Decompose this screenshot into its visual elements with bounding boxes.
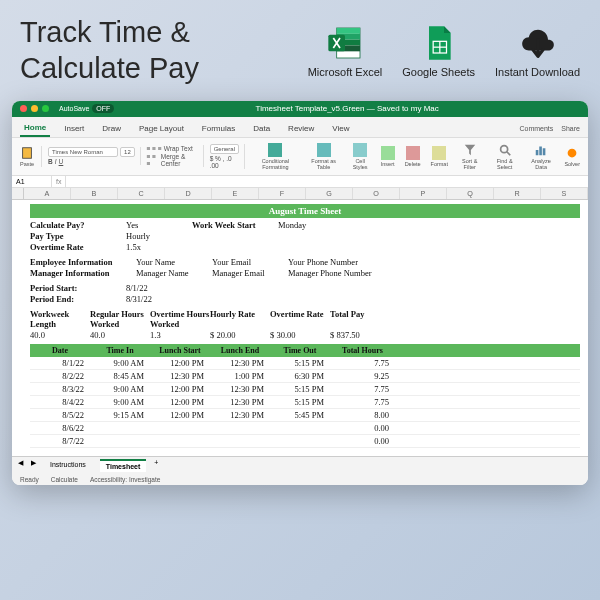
saved-status: — Saved to my Mac [367, 104, 439, 113]
italic-button[interactable]: I [55, 158, 57, 165]
cell-styles-button[interactable]: Cell Styles [348, 143, 373, 170]
next-sheet-icon[interactable]: ▶ [31, 459, 36, 472]
ribbon-toolbar: Paste Times New Roman12 B I U ≡ ≡ ≡ Wrap… [12, 138, 588, 176]
hero-label-excel: Microsoft Excel [308, 66, 383, 78]
autosave-label: AutoSave [59, 105, 89, 112]
col-a[interactable]: A [24, 188, 71, 199]
svg-rect-20 [543, 148, 546, 155]
table-row[interactable]: 8/2/228:45 AM12:30 PM1:00 PM6:30 PM9.25 [30, 370, 580, 383]
hero-label-sheets: Google Sheets [402, 66, 475, 78]
window-title: Timesheet Template_v5.Green — Saved to m… [114, 104, 580, 113]
tab-insert[interactable]: Insert [60, 121, 88, 136]
table-row[interactable]: 8/6/220.00 [30, 422, 580, 435]
table-row[interactable]: 8/5/229:15 AM12:00 PM12:30 PM5:45 PM8.00 [30, 409, 580, 422]
status-ready: Ready [20, 476, 39, 483]
window-controls[interactable] [20, 105, 49, 112]
svg-rect-11 [317, 143, 331, 157]
tab-pagelayout[interactable]: Page Layout [135, 121, 188, 136]
share-button[interactable]: Share [561, 125, 580, 132]
fx-label[interactable]: fx [52, 176, 66, 187]
find-select-button[interactable]: Find & Select [489, 143, 519, 170]
merge-center-button[interactable]: Merge & Center [161, 153, 198, 167]
comments-button[interactable]: Comments [519, 125, 553, 132]
excel-icon: Microsoft Excel [308, 23, 383, 78]
svg-rect-12 [353, 143, 367, 157]
format-table-button[interactable]: Format as Table [306, 143, 342, 170]
analyze-data-button[interactable]: Analyze Data [526, 143, 556, 170]
tab-home[interactable]: Home [20, 120, 50, 137]
add-sheet-icon[interactable]: + [154, 459, 158, 472]
align-group: ≡ ≡ ≡ Wrap Text ≡ ≡ ≡ Merge & Center [147, 145, 204, 167]
tab-formulas[interactable]: Formulas [198, 121, 239, 136]
delete-cells-button[interactable]: Delete [403, 146, 423, 167]
col-c[interactable]: C [118, 188, 165, 199]
col-p[interactable]: P [400, 188, 447, 199]
sort-filter-button[interactable]: Sort & Filter [456, 143, 484, 170]
prev-sheet-icon[interactable]: ◀ [18, 459, 23, 472]
tab-view[interactable]: View [328, 121, 353, 136]
number-format-select[interactable]: General [210, 144, 239, 154]
table-row[interactable]: 8/1/229:00 AM12:00 PM12:30 PM5:15 PM7.75 [30, 357, 580, 370]
svg-line-17 [506, 151, 510, 155]
col-d[interactable]: D [165, 188, 212, 199]
underline-button[interactable]: U [59, 158, 64, 165]
insert-cells-button[interactable]: Insert [379, 146, 397, 167]
table-row[interactable]: 8/4/229:00 AM12:00 PM12:30 PM5:15 PM7.75 [30, 396, 580, 409]
table-body: 8/1/229:00 AM12:00 PM12:30 PM5:15 PM7.75… [30, 357, 580, 448]
svg-rect-18 [536, 150, 539, 155]
col-s[interactable]: S [541, 188, 588, 199]
tab-data[interactable]: Data [249, 121, 274, 136]
hero-label-download: Instant Download [495, 66, 580, 78]
config-section: Calculate Pay?YesWork Week StartMondayPa… [30, 220, 580, 252]
col-g[interactable]: G [306, 188, 353, 199]
hero-icons: Microsoft Excel Google Sheets Instant Do… [308, 23, 580, 78]
tab-review[interactable]: Review [284, 121, 318, 136]
format-cells-button[interactable]: Format [429, 146, 450, 167]
hero-banner: Track Time & Calculate Pay Microsoft Exc… [0, 0, 600, 95]
table-row[interactable]: 8/3/229:00 AM12:00 PM12:30 PM5:15 PM7.75 [30, 383, 580, 396]
status-accessibility[interactable]: Accessibility: Investigate [90, 476, 160, 483]
summary-values: 40.040.01.3$ 20.00$ 30.00$ 837.50 [30, 330, 580, 340]
excel-window: AutoSave OFF Timesheet Template_v5.Green… [12, 101, 588, 485]
ribbon-tabs: Home Insert Draw Page Layout Formulas Da… [12, 117, 588, 138]
col-o[interactable]: O [353, 188, 400, 199]
clipboard-group: Paste [18, 146, 42, 167]
period-section: Period Start:8/1/22Period End:8/31/22 [30, 283, 580, 304]
col-b[interactable]: B [71, 188, 118, 199]
minimize-icon[interactable] [31, 105, 38, 112]
number-group: General $ % , .0 .00 [210, 144, 245, 169]
col-f[interactable]: F [259, 188, 306, 199]
font-select[interactable]: Times New Roman [48, 147, 118, 157]
svg-rect-15 [432, 146, 446, 160]
paste-button[interactable]: Paste [18, 146, 36, 167]
solver-button[interactable]: Solver [562, 146, 582, 167]
sheet-tab-instructions[interactable]: Instructions [44, 459, 92, 472]
col-r[interactable]: R [494, 188, 541, 199]
svg-rect-9 [23, 147, 32, 158]
svg-rect-10 [268, 143, 282, 157]
bold-button[interactable]: B [48, 158, 53, 165]
font-group: Times New Roman12 B I U [48, 147, 141, 165]
name-box[interactable]: A1 [12, 176, 52, 187]
col-e[interactable]: E [212, 188, 259, 199]
wrap-text-button[interactable]: Wrap Text [164, 145, 193, 152]
maximize-icon[interactable] [42, 105, 49, 112]
hero-title-line1: Track Time & [20, 14, 199, 50]
svg-rect-1 [337, 28, 360, 34]
svg-rect-19 [539, 146, 542, 155]
sheet-tab-timesheet[interactable]: Timesheet [100, 459, 147, 472]
autosave-state: OFF [92, 104, 114, 113]
summary-headers: Workweek LengthRegular Hours WorkedOvert… [30, 309, 580, 329]
sheet-content[interactable]: August Time Sheet Calculate Pay?YesWork … [12, 200, 588, 456]
fontsize-select[interactable]: 12 [120, 147, 135, 157]
employee-row: Employee Information Your Name Your Emai… [30, 257, 580, 267]
col-q[interactable]: Q [447, 188, 494, 199]
autosave-toggle[interactable]: AutoSave OFF [59, 104, 114, 113]
cond-format-button[interactable]: Conditional Formatting [251, 143, 300, 170]
tab-draw[interactable]: Draw [98, 121, 125, 136]
formula-input[interactable] [66, 176, 588, 187]
close-icon[interactable] [20, 105, 27, 112]
spreadsheet-grid[interactable]: A B C D E F G O P Q R S August Time Shee… [12, 188, 588, 456]
table-row[interactable]: 8/7/220.00 [30, 435, 580, 448]
status-calculate[interactable]: Calculate [51, 476, 78, 483]
